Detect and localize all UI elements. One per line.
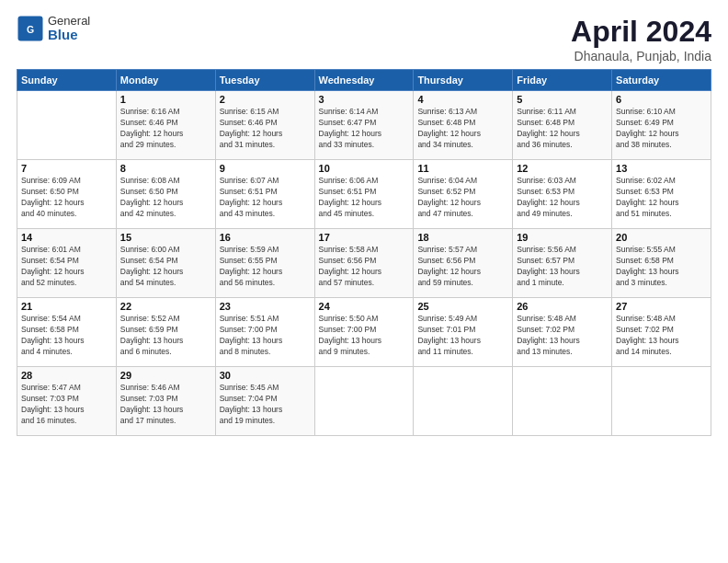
header-row: Sunday Monday Tuesday Wednesday Thursday… [17, 70, 711, 91]
day-number: 11 [417, 163, 508, 174]
day-number: 8 [120, 163, 211, 174]
day-info: Sunrise: 6:11 AM Sunset: 6:48 PM Dayligh… [517, 107, 608, 151]
table-row [513, 367, 612, 436]
day-info: Sunrise: 6:06 AM Sunset: 6:51 PM Dayligh… [319, 176, 410, 220]
day-number: 12 [517, 163, 608, 174]
day-number: 6 [616, 94, 707, 105]
day-number: 27 [616, 301, 707, 312]
logo-icon: G [17, 15, 44, 42]
day-number: 29 [120, 370, 211, 381]
table-row: 11Sunrise: 6:04 AM Sunset: 6:52 PM Dayli… [414, 160, 513, 229]
day-number: 1 [120, 94, 211, 105]
day-number: 30 [220, 370, 311, 381]
day-number: 10 [319, 163, 410, 174]
col-wednesday: Wednesday [314, 70, 414, 91]
day-info: Sunrise: 5:45 AM Sunset: 7:04 PM Dayligh… [220, 383, 311, 427]
day-number: 16 [220, 232, 311, 243]
day-number: 22 [120, 301, 211, 312]
day-info: Sunrise: 6:16 AM Sunset: 6:46 PM Dayligh… [120, 107, 211, 151]
calendar-page: G General Blue April 2024 Dhanaula, Punj… [0, 0, 728, 563]
calendar-body: 1Sunrise: 6:16 AM Sunset: 6:46 PM Daylig… [17, 91, 711, 436]
week-row-3: 14Sunrise: 6:01 AM Sunset: 6:54 PM Dayli… [17, 229, 711, 298]
day-info: Sunrise: 6:15 AM Sunset: 6:46 PM Dayligh… [220, 107, 311, 151]
table-row: 23Sunrise: 5:51 AM Sunset: 7:00 PM Dayli… [215, 298, 314, 367]
day-number: 28 [21, 370, 112, 381]
day-info: Sunrise: 5:59 AM Sunset: 6:55 PM Dayligh… [220, 245, 311, 289]
table-row: 17Sunrise: 5:58 AM Sunset: 6:56 PM Dayli… [314, 229, 414, 298]
day-number: 19 [517, 232, 608, 243]
day-number: 20 [616, 232, 707, 243]
day-info: Sunrise: 6:00 AM Sunset: 6:54 PM Dayligh… [120, 245, 211, 289]
day-info: Sunrise: 5:49 AM Sunset: 7:01 PM Dayligh… [417, 314, 508, 358]
table-row: 10Sunrise: 6:06 AM Sunset: 6:51 PM Dayli… [314, 160, 414, 229]
header: G General Blue April 2024 Dhanaula, Punj… [17, 15, 711, 63]
day-number: 2 [220, 94, 311, 105]
table-row: 30Sunrise: 5:45 AM Sunset: 7:04 PM Dayli… [215, 367, 314, 436]
day-info: Sunrise: 6:09 AM Sunset: 6:50 PM Dayligh… [21, 176, 112, 220]
table-row: 19Sunrise: 5:56 AM Sunset: 6:57 PM Dayli… [513, 229, 612, 298]
table-row: 29Sunrise: 5:46 AM Sunset: 7:03 PM Dayli… [116, 367, 215, 436]
col-monday: Monday [116, 70, 215, 91]
day-number: 23 [220, 301, 311, 312]
day-number: 5 [517, 94, 608, 105]
day-number: 4 [417, 94, 508, 105]
table-row: 20Sunrise: 5:55 AM Sunset: 6:58 PM Dayli… [612, 229, 711, 298]
table-row: 9Sunrise: 6:07 AM Sunset: 6:51 PM Daylig… [215, 160, 314, 229]
col-saturday: Saturday [612, 70, 711, 91]
day-info: Sunrise: 6:03 AM Sunset: 6:53 PM Dayligh… [517, 176, 608, 220]
table-row [612, 367, 711, 436]
table-row: 22Sunrise: 5:52 AM Sunset: 6:59 PM Dayli… [116, 298, 215, 367]
table-row: 6Sunrise: 6:10 AM Sunset: 6:49 PM Daylig… [612, 91, 711, 160]
title-block: April 2024 Dhanaula, Punjab, India [571, 15, 711, 63]
table-row: 7Sunrise: 6:09 AM Sunset: 6:50 PM Daylig… [17, 160, 117, 229]
table-row: 8Sunrise: 6:08 AM Sunset: 6:50 PM Daylig… [116, 160, 215, 229]
day-number: 9 [220, 163, 311, 174]
day-number: 3 [319, 94, 410, 105]
day-number: 13 [616, 163, 707, 174]
day-info: Sunrise: 5:56 AM Sunset: 6:57 PM Dayligh… [517, 245, 608, 289]
day-info: Sunrise: 5:48 AM Sunset: 7:02 PM Dayligh… [517, 314, 608, 358]
table-row: 1Sunrise: 6:16 AM Sunset: 6:46 PM Daylig… [116, 91, 215, 160]
table-row: 25Sunrise: 5:49 AM Sunset: 7:01 PM Dayli… [414, 298, 513, 367]
day-number: 17 [319, 232, 410, 243]
col-tuesday: Tuesday [215, 70, 314, 91]
day-number: 7 [21, 163, 112, 174]
col-sunday: Sunday [17, 70, 117, 91]
main-title: April 2024 [571, 15, 711, 49]
table-row: 27Sunrise: 5:48 AM Sunset: 7:02 PM Dayli… [612, 298, 711, 367]
table-row: 24Sunrise: 5:50 AM Sunset: 7:00 PM Dayli… [314, 298, 414, 367]
table-row [414, 367, 513, 436]
table-row [17, 91, 117, 160]
table-row: 5Sunrise: 6:11 AM Sunset: 6:48 PM Daylig… [513, 91, 612, 160]
week-row-4: 21Sunrise: 5:54 AM Sunset: 6:58 PM Dayli… [17, 298, 711, 367]
logo-blue-label: Blue [48, 28, 90, 43]
day-info: Sunrise: 5:57 AM Sunset: 6:56 PM Dayligh… [417, 245, 508, 289]
location-subtitle: Dhanaula, Punjab, India [571, 49, 711, 63]
logo-general-label: General [48, 15, 90, 28]
day-info: Sunrise: 5:55 AM Sunset: 6:58 PM Dayligh… [616, 245, 707, 289]
week-row-2: 7Sunrise: 6:09 AM Sunset: 6:50 PM Daylig… [17, 160, 711, 229]
table-row: 14Sunrise: 6:01 AM Sunset: 6:54 PM Dayli… [17, 229, 117, 298]
day-number: 14 [21, 232, 112, 243]
svg-text:G: G [27, 24, 34, 35]
col-friday: Friday [513, 70, 612, 91]
day-number: 25 [417, 301, 508, 312]
table-row: 13Sunrise: 6:02 AM Sunset: 6:53 PM Dayli… [612, 160, 711, 229]
calendar-table: Sunday Monday Tuesday Wednesday Thursday… [17, 69, 711, 436]
day-info: Sunrise: 6:07 AM Sunset: 6:51 PM Dayligh… [220, 176, 311, 220]
table-row: 18Sunrise: 5:57 AM Sunset: 6:56 PM Dayli… [414, 229, 513, 298]
day-info: Sunrise: 5:58 AM Sunset: 6:56 PM Dayligh… [319, 245, 410, 289]
day-info: Sunrise: 6:02 AM Sunset: 6:53 PM Dayligh… [616, 176, 707, 220]
logo: G General Blue [17, 15, 90, 43]
day-info: Sunrise: 5:50 AM Sunset: 7:00 PM Dayligh… [319, 314, 410, 358]
day-number: 18 [417, 232, 508, 243]
day-info: Sunrise: 5:52 AM Sunset: 6:59 PM Dayligh… [120, 314, 211, 358]
table-row: 28Sunrise: 5:47 AM Sunset: 7:03 PM Dayli… [17, 367, 117, 436]
day-info: Sunrise: 5:46 AM Sunset: 7:03 PM Dayligh… [120, 383, 211, 427]
col-thursday: Thursday [414, 70, 513, 91]
day-info: Sunrise: 5:51 AM Sunset: 7:00 PM Dayligh… [220, 314, 311, 358]
day-info: Sunrise: 6:14 AM Sunset: 6:47 PM Dayligh… [319, 107, 410, 151]
day-number: 21 [21, 301, 112, 312]
day-info: Sunrise: 5:54 AM Sunset: 6:58 PM Dayligh… [21, 314, 112, 358]
logo-text: General Blue [48, 15, 90, 43]
